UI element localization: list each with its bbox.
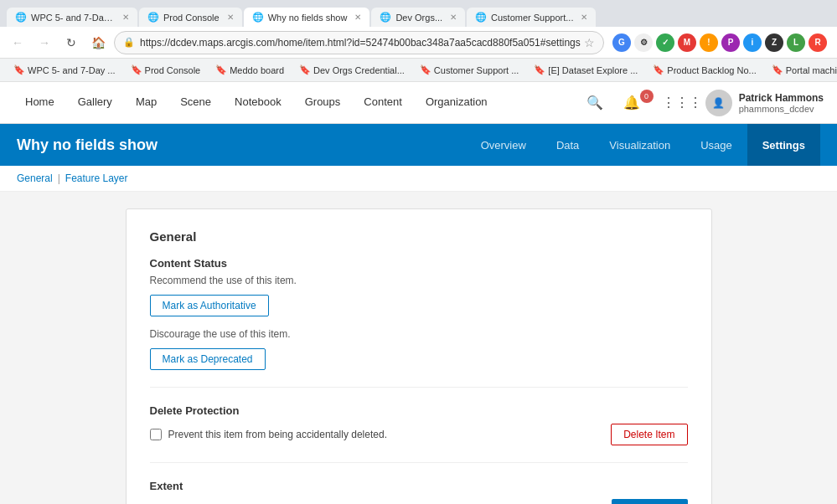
ext-icon-10[interactable]: R (809, 33, 827, 52)
item-nav-tabs: Overview Data Visualization Usage Settin… (466, 124, 820, 166)
browser-extensions: G ⚙ ✓ M ! P i Z L R (609, 33, 830, 52)
home-button[interactable]: 🏠 (87, 32, 109, 54)
tab-settings[interactable]: Settings (747, 124, 820, 166)
browser-tab-active[interactable]: 🌐 Why no fields show ✕ (244, 8, 370, 27)
ext-icon-7[interactable]: i (743, 33, 762, 52)
card-title: General (150, 229, 688, 244)
bookmark-star-icon[interactable]: ☆ (584, 36, 595, 49)
ext-icon-3[interactable]: ✓ (656, 33, 674, 52)
browser-controls: ← → ↻ 🏠 🔒 https://dcdev.maps.arcgis.com/… (0, 27, 837, 59)
breadcrumb-general[interactable]: General (17, 172, 53, 184)
nav-content[interactable]: Content (352, 82, 414, 124)
mark-deprecated-button[interactable]: Mark as Deprecated (150, 348, 266, 370)
browser-tab-more[interactable]: 🌐 Dev Orgs... ✕ (371, 8, 465, 27)
nav-organization[interactable]: Organization (414, 82, 499, 124)
breadcrumb: General | Feature Layer (0, 166, 837, 192)
breadcrumb-feature-layer[interactable]: Feature Layer (65, 172, 128, 184)
edit-extent-button[interactable]: Edit Extent (612, 499, 687, 504)
bookmark-dataset[interactable]: 🔖 [E] Dataset Explore ... (527, 63, 644, 77)
nav-gallery[interactable]: Gallery (66, 82, 124, 124)
delete-protection-title: Delete Protection (150, 404, 688, 417)
ext-icon-1[interactable]: G (612, 33, 631, 52)
nav-groups[interactable]: Groups (293, 82, 353, 124)
apps-button[interactable]: ⋮⋮⋮ (669, 90, 695, 116)
main-content: General Content Status Recommend the use… (0, 192, 837, 504)
breadcrumb-separator: | (58, 172, 60, 184)
nav-map[interactable]: Map (124, 82, 168, 124)
tab-data[interactable]: Data (541, 124, 594, 166)
ext-icon-5[interactable]: ! (700, 33, 718, 52)
notification-badge: 0 (640, 90, 654, 103)
app-nav: Home Gallery Map Scene Notebook Groups C… (0, 82, 837, 124)
mark-authoritative-button[interactable]: Mark as Authoritative (150, 295, 269, 316)
nav-home[interactable]: Home (13, 82, 66, 124)
browser-tab-support[interactable]: 🌐 Customer Support... ✕ (467, 8, 596, 27)
bookmark-backlog[interactable]: 🔖 Product Backlog No... (646, 63, 762, 77)
content-status-title: Content Status (150, 257, 688, 270)
bookmark-meddo[interactable]: 🔖 Meddo board (209, 63, 291, 77)
app-nav-right: 🔍 🔔 0 ⋮⋮⋮ 👤 Patrick Hammons phammons_dcd… (581, 90, 824, 116)
item-header: Why no fields show Overview Data Visuali… (0, 124, 837, 166)
delete-protection-checkbox[interactable] (150, 429, 162, 440)
delete-item-button[interactable]: Delete Item (611, 424, 687, 445)
ssl-lock-icon: 🔒 (123, 37, 135, 48)
ext-icon-8[interactable]: Z (765, 33, 783, 52)
delete-protection-row: Prevent this item from being accidentall… (150, 424, 688, 445)
user-name: Patrick Hammons (739, 92, 824, 104)
notification-area: 🔔 0 (618, 90, 659, 116)
delete-protection-checkbox-label[interactable]: Prevent this item from being accidentall… (168, 429, 387, 440)
ext-icon-6[interactable]: P (721, 33, 740, 52)
bookmark-prod[interactable]: 🔖 Prod Console (124, 63, 208, 77)
browser-tab-wpc[interactable]: 🌐 WPC 5- and 7-Day ... ✕ (7, 8, 137, 27)
bookmark-portal[interactable]: 🔖 Portal machines (765, 63, 837, 77)
forward-button[interactable]: → (34, 32, 55, 54)
tab-overview[interactable]: Overview (466, 124, 541, 166)
browser-tabs: 🌐 WPC 5- and 7-Day ... ✕ 🌐 Prod Console … (0, 0, 837, 27)
nav-scene[interactable]: Scene (168, 82, 223, 124)
authoritative-desc: Recommend the use of this item. (150, 275, 688, 286)
address-bar[interactable]: 🔒 https://dcdev.maps.arcgis.com/home/ite… (114, 31, 604, 54)
url-text: https://dcdev.maps.arcgis.com/home/item.… (140, 37, 581, 49)
avatar: 👤 (705, 90, 732, 116)
divider-1 (150, 387, 688, 388)
ext-icon-4[interactable]: M (678, 33, 696, 52)
item-title: Why no fields show (17, 136, 466, 154)
refresh-button[interactable]: ↻ (60, 32, 82, 54)
extent-row: Set an extent to make your item searchab… (150, 499, 688, 504)
delete-protection-checkbox-row: Prevent this item from being accidentall… (150, 429, 387, 440)
ext-icon-9[interactable]: L (787, 33, 805, 52)
browser-tab-prod[interactable]: 🌐 Prod Console ✕ (139, 8, 242, 27)
tab-usage[interactable]: Usage (685, 124, 747, 166)
deprecated-desc: Discourage the use of this item. (150, 328, 688, 340)
bookmarks-bar: 🔖 WPC 5- and 7-Day ... 🔖 Prod Console 🔖 … (0, 59, 837, 82)
ext-icon-2[interactable]: ⚙ (634, 33, 653, 52)
app-nav-items: Home Gallery Map Scene Notebook Groups C… (13, 82, 581, 124)
user-info[interactable]: 👤 Patrick Hammons phammons_dcdev (705, 90, 824, 116)
divider-2 (150, 462, 688, 463)
search-button[interactable]: 🔍 (581, 90, 608, 116)
settings-card: General Content Status Recommend the use… (126, 208, 712, 504)
extent-title: Extent (150, 480, 688, 492)
bookmark-devorgs[interactable]: 🔖 Dev Orgs Credential... (292, 63, 411, 77)
back-button[interactable]: ← (7, 32, 28, 54)
user-username: phammons_dcdev (739, 104, 824, 114)
nav-notebook[interactable]: Notebook (223, 82, 293, 124)
tab-visualization[interactable]: Visualization (594, 124, 685, 166)
bookmark-wpc[interactable]: 🔖 WPC 5- and 7-Day ... (7, 63, 122, 77)
bookmark-support[interactable]: 🔖 Customer Support ... (413, 63, 526, 77)
